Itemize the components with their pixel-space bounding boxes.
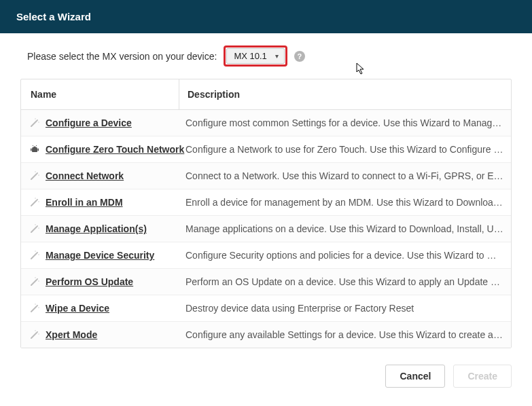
svg-point-18	[35, 198, 36, 199]
table-row[interactable]: Connect NetworkConnect to a Network. Use…	[21, 163, 511, 189]
table-row[interactable]: Enroll in an MDMEnroll a device for mana…	[21, 189, 511, 216]
mx-version-highlight: MX 10.1 ▾	[224, 45, 287, 67]
wand-icon	[29, 170, 40, 181]
wand-icon	[29, 276, 40, 287]
prompt-text: Please select the MX version on your dev…	[27, 51, 217, 62]
svg-point-7	[33, 147, 33, 147]
wand-icon	[29, 329, 40, 340]
cancel-button[interactable]: Cancel	[385, 365, 445, 388]
table-row[interactable]: Perform OS UpdatePerform an OS Update on…	[21, 269, 511, 295]
svg-point-32	[37, 305, 38, 306]
svg-point-36	[37, 331, 38, 333]
svg-line-10	[36, 145, 37, 146]
mx-version-value: MX 10.1	[234, 51, 266, 61]
wizard-link[interactable]: Manage Device Security	[46, 250, 154, 261]
svg-rect-6	[38, 149, 39, 151]
wand-icon	[29, 197, 40, 208]
dialog-header: Select a Wizard	[0, 0, 532, 33]
table-header: Name Description	[21, 79, 511, 110]
android-icon	[29, 144, 40, 155]
wizard-link[interactable]: Perform OS Update	[46, 276, 133, 287]
svg-point-26	[35, 251, 36, 252]
mx-version-select[interactable]: MX 10.1 ▾	[226, 48, 284, 64]
svg-rect-5	[31, 149, 32, 151]
table-row[interactable]: Xpert ModeConfigure any available Settin…	[21, 322, 511, 348]
wizard-link[interactable]: Xpert Mode	[46, 329, 97, 340]
wizard-link[interactable]: Connect Network	[46, 170, 124, 181]
prompt-row: Please select the MX version on your dev…	[20, 45, 512, 67]
cell-name: Connect Network	[21, 163, 179, 189]
cell-description: Configure most common Settings for a dev…	[179, 110, 511, 136]
wand-icon	[29, 303, 40, 314]
cell-description: Manage applications on a device. Use thi…	[179, 216, 511, 242]
cell-description: Destroy device data using Enterprise or …	[179, 295, 511, 321]
svg-point-16	[37, 199, 38, 200]
cell-description: Configure any available Settings for a d…	[179, 322, 511, 348]
wizard-link[interactable]: Enroll in an MDM	[46, 197, 123, 208]
svg-point-25	[38, 254, 39, 255]
svg-line-0	[31, 121, 37, 126]
svg-rect-4	[32, 148, 37, 152]
table-row[interactable]: Manage Device SecurityConfigure Security…	[21, 242, 511, 269]
svg-point-17	[38, 201, 39, 202]
help-icon[interactable]: ?	[294, 51, 305, 62]
svg-point-38	[35, 330, 36, 331]
svg-point-3	[35, 118, 36, 119]
table-body: Configure a DeviceConfigure most common …	[21, 110, 511, 348]
svg-line-11	[31, 174, 37, 179]
svg-point-30	[35, 277, 36, 278]
cell-description: Enroll a device for management by an MDM…	[179, 189, 511, 215]
svg-point-28	[37, 278, 38, 280]
dialog-content: Please select the MX version on your dev…	[0, 33, 532, 354]
svg-point-14	[35, 171, 36, 172]
cell-name: Wipe a Device	[21, 295, 179, 321]
svg-point-8	[35, 147, 36, 147]
svg-point-21	[38, 227, 39, 229]
cell-name: Enroll in an MDM	[21, 189, 179, 215]
cell-name: Manage Device Security	[21, 242, 179, 268]
cell-description: Perform an OS Update on a device. Use th…	[179, 269, 511, 295]
svg-point-20	[37, 225, 38, 227]
svg-line-15	[31, 200, 37, 206]
svg-line-31	[31, 306, 37, 312]
dialog-title: Select a Wizard	[16, 11, 91, 22]
cell-name: Xpert Mode	[21, 322, 179, 348]
cell-name: Manage Application(s)	[21, 216, 179, 242]
table-row[interactable]: Configure a DeviceConfigure most common …	[21, 110, 511, 136]
column-header-description: Description	[179, 79, 511, 110]
wand-icon	[29, 117, 40, 128]
create-button: Create	[453, 365, 512, 388]
table-row[interactable]: Manage Application(s)Manage applications…	[21, 216, 511, 242]
column-header-name: Name	[21, 79, 179, 110]
svg-line-23	[31, 253, 37, 259]
wizard-link[interactable]: Wipe a Device	[46, 303, 109, 314]
cell-description: Connect to a Network. Use this Wizard to…	[179, 163, 511, 189]
cell-name: Configure Zero Touch Network	[21, 136, 179, 162]
svg-point-1	[37, 119, 38, 121]
wizard-link[interactable]: Configure Zero Touch Network	[46, 144, 184, 155]
wand-icon	[29, 223, 40, 234]
wizard-table: Name Description Configure a DeviceConfi…	[20, 79, 512, 348]
table-row[interactable]: Configure Zero Touch NetworkConfigure a …	[21, 136, 511, 163]
svg-line-19	[31, 227, 37, 232]
svg-point-37	[38, 333, 39, 335]
svg-point-24	[37, 252, 38, 253]
cell-name: Perform OS Update	[21, 269, 179, 295]
cell-description: Configure a Network to use for Zero Touc…	[179, 136, 511, 162]
wizard-link[interactable]: Configure a Device	[46, 117, 132, 128]
svg-line-35	[31, 333, 37, 338]
svg-point-33	[38, 307, 39, 308]
svg-line-27	[31, 280, 37, 285]
svg-point-13	[38, 174, 39, 176]
svg-point-29	[38, 280, 39, 282]
svg-point-34	[35, 303, 36, 305]
svg-line-9	[33, 145, 33, 146]
dialog-footer: Cancel Create	[0, 354, 532, 399]
cell-name: Configure a Device	[21, 110, 179, 136]
chevron-down-icon: ▾	[275, 52, 279, 60]
table-row[interactable]: Wipe a DeviceDestroy device data using E…	[21, 295, 511, 322]
wand-icon	[29, 250, 40, 261]
wizard-link[interactable]: Manage Application(s)	[46, 223, 147, 234]
svg-point-2	[38, 122, 39, 123]
cell-description: Configure Security options and policies …	[179, 242, 511, 268]
